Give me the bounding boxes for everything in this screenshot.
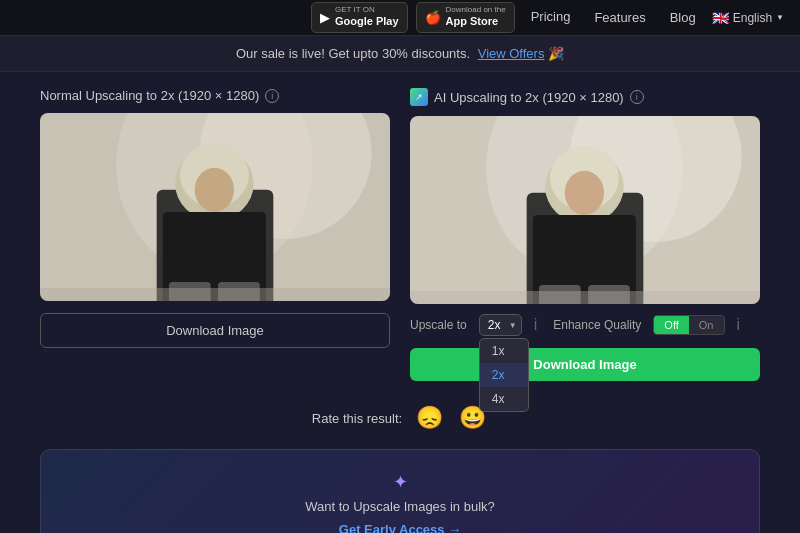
left-panel-title-text: Normal Upscaling to 2x (1920 × 1280) bbox=[40, 88, 259, 103]
right-info-icon[interactable]: i bbox=[630, 90, 644, 104]
app-store-sub: Download on the bbox=[446, 6, 506, 14]
language-label: English bbox=[733, 11, 772, 25]
google-play-label: Google Play bbox=[335, 14, 399, 28]
app-store-button[interactable]: 🍎 Download on the App Store bbox=[416, 2, 515, 32]
app-store-label: App Store bbox=[446, 14, 506, 28]
svg-rect-12 bbox=[40, 288, 390, 301]
view-offers-link[interactable]: View Offers bbox=[478, 46, 545, 61]
google-play-sub: GET IT ON bbox=[335, 6, 399, 14]
rate-label: Rate this result: bbox=[312, 411, 402, 426]
upscale-dropdown: 1x 2x 4x bbox=[479, 338, 529, 412]
left-image bbox=[40, 113, 390, 301]
language-button[interactable]: 🇬🇧 English ▼ bbox=[712, 10, 784, 26]
svg-point-6 bbox=[195, 168, 234, 212]
toggle-on-button[interactable]: On bbox=[689, 316, 724, 334]
features-nav-button[interactable]: Features bbox=[586, 6, 653, 29]
blog-nav-button[interactable]: Blog bbox=[662, 6, 704, 29]
early-access-link[interactable]: Get Early Access → bbox=[339, 522, 461, 533]
compare-section: Normal Upscaling to 2x (1920 × 1280) i bbox=[40, 88, 760, 381]
party-icon: 🎉 bbox=[548, 46, 564, 61]
bulk-cta-icon: ✦ bbox=[61, 470, 739, 493]
svg-rect-25 bbox=[410, 291, 760, 304]
apple-icon: 🍎 bbox=[425, 10, 441, 25]
ai-upscale-icon: ↗ bbox=[410, 88, 428, 106]
rating-section: Rate this result: 😞 😀 bbox=[40, 403, 760, 433]
flag-icon: 🇬🇧 bbox=[712, 10, 729, 26]
enhance-toggle: Off On bbox=[653, 315, 724, 335]
pricing-nav-wrapper: Pricing bbox=[523, 5, 579, 30]
sale-banner: Our sale is live! Get upto 30% discounts… bbox=[0, 36, 800, 72]
google-play-button[interactable]: ▶ GET IT ON Google Play bbox=[311, 2, 408, 32]
sad-rating-button[interactable]: 😞 bbox=[414, 403, 445, 433]
bulk-cta-text: Want to Upscale Images in bulk? bbox=[61, 499, 739, 514]
right-panel-controls: Upscale to 1x 2x 4x ▼ 1x 2x 4x bbox=[410, 314, 760, 381]
upscale-select[interactable]: 1x 2x 4x bbox=[479, 314, 522, 336]
enhance-info-icon[interactable]: i bbox=[737, 316, 741, 334]
dropdown-item-2x[interactable]: 2x bbox=[480, 363, 528, 387]
bulk-cta-section: ✦ Want to Upscale Images in bulk? Get Ea… bbox=[40, 449, 760, 533]
dropdown-item-1x[interactable]: 1x bbox=[480, 339, 528, 363]
svg-point-19 bbox=[565, 171, 604, 215]
pricing-nav-button[interactable]: Pricing bbox=[523, 5, 579, 28]
upscale-select-wrapper: 1x 2x 4x ▼ 1x 2x 4x bbox=[479, 314, 522, 336]
left-panel: Normal Upscaling to 2x (1920 × 1280) i bbox=[40, 88, 390, 348]
upscale-controls-row: Upscale to 1x 2x 4x ▼ 1x 2x 4x bbox=[410, 314, 760, 336]
right-panel-title-text: AI Upscaling to 2x (1920 × 1280) bbox=[434, 90, 624, 105]
right-panel: ↗ AI Upscaling to 2x (1920 × 1280) i bbox=[410, 88, 760, 381]
sale-text: Our sale is live! Get upto 30% discounts… bbox=[236, 46, 470, 61]
right-panel-title: ↗ AI Upscaling to 2x (1920 × 1280) i bbox=[410, 88, 760, 106]
enhance-quality-label: Enhance Quality bbox=[553, 318, 641, 332]
left-info-icon[interactable]: i bbox=[265, 89, 279, 103]
google-play-icon: ▶ bbox=[320, 10, 330, 25]
navbar: ▶ GET IT ON Google Play 🍎 Download on th… bbox=[0, 0, 800, 36]
upscale-label: Upscale to bbox=[410, 318, 467, 332]
right-image bbox=[410, 116, 760, 304]
dropdown-item-4x[interactable]: 4x bbox=[480, 387, 528, 411]
main-content: Normal Upscaling to 2x (1920 × 1280) i bbox=[0, 72, 800, 533]
left-download-button[interactable]: Download Image bbox=[40, 313, 390, 348]
upscale-info-icon[interactable]: i bbox=[534, 316, 538, 334]
chevron-down-icon: ▼ bbox=[776, 13, 784, 22]
left-panel-title: Normal Upscaling to 2x (1920 × 1280) i bbox=[40, 88, 390, 103]
toggle-off-button[interactable]: Off bbox=[654, 316, 688, 334]
right-download-button[interactable]: Download Image bbox=[410, 348, 760, 381]
